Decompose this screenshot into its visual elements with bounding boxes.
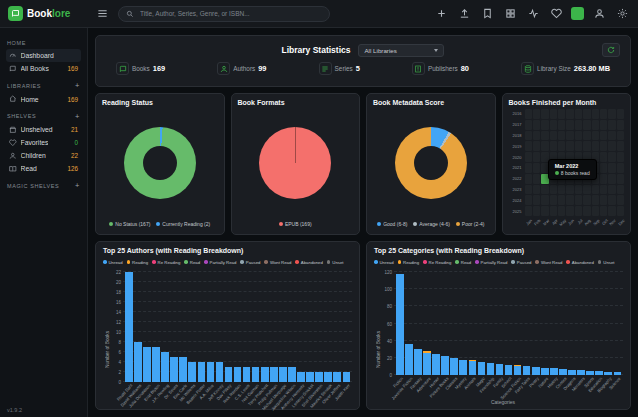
heatmap-cell[interactable] xyxy=(566,141,573,151)
bar[interactable] xyxy=(125,272,133,382)
heatmap-cell[interactable] xyxy=(617,131,624,141)
add-magic-shelf-icon[interactable]: + xyxy=(75,182,80,190)
heatmap-cell[interactable] xyxy=(566,206,573,216)
bar[interactable] xyxy=(161,272,169,382)
heatmap-cell[interactable] xyxy=(533,174,540,184)
bar[interactable] xyxy=(514,272,522,375)
refresh-button[interactable] xyxy=(602,43,620,57)
heatmap-cell[interactable] xyxy=(525,131,532,141)
bar[interactable] xyxy=(523,272,531,375)
legend-item[interactable]: Unread xyxy=(374,260,394,265)
bar[interactable] xyxy=(450,272,458,375)
bar[interactable] xyxy=(288,272,296,382)
heatmap-cell[interactable] xyxy=(600,152,607,162)
legend-item[interactable]: Wont Read xyxy=(535,260,562,265)
heatmap-cell[interactable] xyxy=(550,141,557,151)
heatmap-cell[interactable] xyxy=(592,141,599,151)
heatmap-cell[interactable] xyxy=(600,174,607,184)
bar[interactable] xyxy=(179,272,187,382)
legend-item[interactable]: Reading xyxy=(398,260,420,265)
heatmap-cell[interactable] xyxy=(592,131,599,141)
heatmap-cell[interactable] xyxy=(575,185,582,195)
legend-item[interactable]: Partially Read xyxy=(475,260,507,265)
heatmap-cell[interactable] xyxy=(592,206,599,216)
heatmap-cell[interactable] xyxy=(541,109,548,119)
bar[interactable] xyxy=(550,272,558,375)
heatmap-cell[interactable] xyxy=(617,163,624,173)
heatmap-cell[interactable] xyxy=(533,152,540,162)
bar[interactable] xyxy=(306,272,314,382)
bar[interactable] xyxy=(143,272,151,382)
heatmap-cell[interactable] xyxy=(525,120,532,130)
legend-item[interactable]: Re Reading xyxy=(152,260,180,265)
bar[interactable] xyxy=(604,272,612,375)
heatmap-cell[interactable] xyxy=(550,185,557,195)
heatmap-cell[interactable] xyxy=(550,195,557,205)
heatmap-cell[interactable] xyxy=(525,195,532,205)
heatmap-cell[interactable] xyxy=(608,131,615,141)
heatmap-cell[interactable] xyxy=(608,206,615,216)
heatmap-cell[interactable] xyxy=(592,195,599,205)
heatmap-cell[interactable] xyxy=(575,131,582,141)
bar[interactable] xyxy=(188,272,196,382)
bar[interactable] xyxy=(396,272,404,375)
heatmap-cell[interactable] xyxy=(600,109,607,119)
heatmap-cell[interactable] xyxy=(525,109,532,119)
bar[interactable] xyxy=(478,272,486,375)
heatmap-cell[interactable] xyxy=(533,185,540,195)
heatmap-cell[interactable] xyxy=(550,206,557,216)
sidebar-item-favorites[interactable]: Favorites 0 xyxy=(6,136,81,149)
heatmap-cell[interactable] xyxy=(558,120,565,130)
bar[interactable] xyxy=(243,272,251,382)
heatmap-cell[interactable] xyxy=(550,131,557,141)
heatmap-cell[interactable] xyxy=(575,120,582,130)
heatmap-cell[interactable] xyxy=(525,141,532,151)
bar[interactable] xyxy=(343,272,351,382)
heatmap-cell[interactable] xyxy=(558,141,565,151)
bar[interactable] xyxy=(152,272,160,382)
heatmap-cell[interactable] xyxy=(541,141,548,151)
bar[interactable] xyxy=(441,272,449,375)
heatmap-cell[interactable] xyxy=(617,120,624,130)
bar[interactable] xyxy=(614,272,622,375)
sidebar-item-library-home[interactable]: Home 169 xyxy=(6,93,81,106)
bar[interactable] xyxy=(595,272,603,375)
bar[interactable] xyxy=(487,272,495,375)
heatmap-cell[interactable] xyxy=(533,131,540,141)
bar[interactable] xyxy=(225,272,233,382)
heatmap-cell[interactable] xyxy=(525,185,532,195)
user-icon[interactable] xyxy=(591,6,607,22)
heatmap-cell[interactable] xyxy=(600,120,607,130)
legend-item[interactable]: Poor (2-4) xyxy=(456,221,485,227)
heatmap-cell[interactable] xyxy=(533,195,540,205)
heatmap-cell[interactable] xyxy=(533,120,540,130)
heatmap-cell[interactable] xyxy=(575,141,582,151)
heatmap-cell[interactable] xyxy=(608,174,615,184)
heatmap-cell[interactable] xyxy=(600,185,607,195)
layout-grid-icon[interactable] xyxy=(502,6,518,22)
search-input[interactable] xyxy=(138,9,322,18)
legend-item[interactable]: Unread xyxy=(103,260,123,265)
heatmap-cell[interactable] xyxy=(617,152,624,162)
heatmap-cell[interactable] xyxy=(558,131,565,141)
bar[interactable] xyxy=(559,272,567,375)
settings-gear-icon[interactable] xyxy=(614,6,630,22)
heatmap-cell[interactable] xyxy=(541,206,548,216)
bar[interactable] xyxy=(279,272,287,382)
bar[interactable] xyxy=(423,272,431,375)
bar[interactable] xyxy=(216,272,224,382)
heatmap-cell[interactable] xyxy=(617,206,624,216)
add-icon[interactable] xyxy=(433,6,449,22)
add-shelf-icon[interactable]: + xyxy=(75,113,80,121)
heart-icon[interactable] xyxy=(548,6,564,22)
heatmap-cell[interactable] xyxy=(525,174,532,184)
bar[interactable] xyxy=(261,272,269,382)
library-select[interactable]: All Libraries xyxy=(358,44,444,57)
heatmap-cell[interactable] xyxy=(608,163,615,173)
heatmap-cell[interactable] xyxy=(583,185,590,195)
bar[interactable] xyxy=(432,272,440,375)
bar[interactable] xyxy=(134,272,142,382)
legend-item[interactable]: Paused xyxy=(511,260,531,265)
heatmap-cell[interactable] xyxy=(583,109,590,119)
heatmap-cell[interactable] xyxy=(592,185,599,195)
